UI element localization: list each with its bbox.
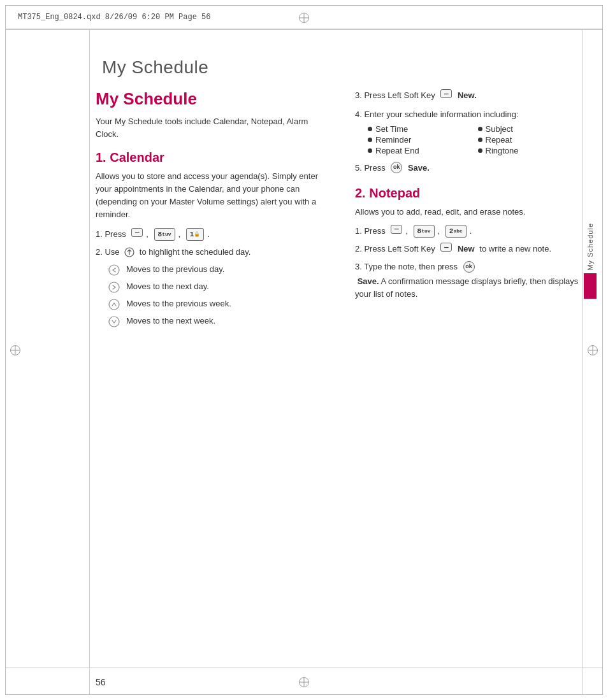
notepad-comma-1: , [405, 225, 410, 238]
notepad-step-3: 3. Type the note, then press ok Save. A … [355, 261, 583, 301]
nav-item-3: Moves to the previous week. [108, 298, 323, 310]
bullet-dot-1 [368, 127, 372, 131]
nav-arrow-down-icon [108, 316, 120, 327]
notepad-comma-2: , [438, 225, 442, 238]
calendar-description: Allows you to store and access your agen… [96, 170, 323, 222]
nav-text-1: Moves to the previous day. [126, 264, 224, 275]
svg-point-4 [109, 317, 119, 327]
calendar-title: 1. Calendar [96, 150, 323, 165]
bullet-list: Set Time Subject Reminder Repeat Repeat … [368, 124, 583, 155]
notepad-step-3-prefix: 3. Type the note, then press [355, 261, 460, 273]
bullet-repeat: Repeat [478, 135, 583, 145]
nav-text-3: Moves to the previous week. [126, 298, 231, 310]
step-4: 4. Enter your schedule information inclu… [355, 108, 583, 121]
reg-mark-bottom [299, 677, 309, 687]
bullet-dot-2 [478, 127, 482, 131]
key-dash-1: — [131, 228, 143, 237]
key-dash-notepad: — [391, 225, 402, 234]
left-rule [89, 29, 90, 694]
nav-text-2: Moves to the next day. [126, 281, 209, 292]
step-1: 1. Press — , 8tuv , 1🔒 . [96, 228, 323, 241]
key-8tuv: 8tuv [154, 228, 175, 241]
step-2: 2. Use to highlight the scheduled day. [96, 246, 323, 259]
key-1: 1🔒 [186, 228, 205, 241]
page-number: 56 [96, 677, 106, 687]
bullet-dot-6 [478, 148, 482, 153]
sidebar-bar [584, 273, 597, 299]
notepad-title: 2. Notepad [355, 186, 583, 201]
step-2-suffix: to highlight the scheduled day. [137, 246, 250, 259]
svg-point-1 [109, 265, 119, 275]
step-3-bold: New. [455, 89, 476, 102]
notepad-step-2-suffix: to write a new note. [477, 243, 551, 255]
bullet-reminder: Reminder [368, 135, 473, 145]
nav-circle-icon [124, 247, 134, 257]
ok-icon-1: ok [391, 162, 402, 173]
nav-item-2: Moves to the next day. [108, 281, 323, 293]
key-8tuv-notepad: 8tuv [414, 225, 435, 238]
bullet-dot-4 [478, 138, 482, 142]
notepad-description: Allows you to add, read, edit, and erase… [355, 206, 583, 218]
two-column-layout: My Schedule Your My Schedule tools inclu… [96, 89, 583, 662]
top-rule [6, 29, 602, 30]
step-5: 5. Press ok Save. [355, 162, 583, 175]
key-leftsoftkey-notepad: — [440, 243, 452, 252]
step-1-prefix: 1. Press [96, 228, 128, 241]
bottom-rule [6, 668, 602, 668]
left-column: My Schedule Your My Schedule tools inclu… [96, 89, 329, 662]
nav-arrow-up-icon [108, 299, 120, 310]
intro-text: Your My Schedule tools include Calendar,… [96, 115, 323, 140]
notepad-step-2-prefix: 2. Press Left Soft Key [355, 243, 437, 255]
nav-arrow-left-icon [108, 264, 120, 276]
notepad-step-1: 1. Press — , 8tuv , 2abc . [355, 225, 583, 238]
key-2abc: 2abc [445, 225, 467, 238]
step-4-prefix: 4. Enter your schedule information inclu… [355, 110, 519, 119]
notepad-step-3-content: Save. A confirmation message displays br… [355, 275, 583, 300]
nav-item-1: Moves to the previous day. [108, 264, 323, 276]
svg-point-2 [109, 282, 119, 292]
ok-icon-2: ok [463, 261, 475, 273]
bullet-set-time: Set Time [368, 124, 473, 134]
notepad-step-1-prefix: 1. Press [355, 225, 387, 238]
header-bar: MT375_Eng_0824.qxd 8/26/09 6:20 PM Page … [5, 5, 603, 29]
bullet-ringtone: Ringtone [478, 146, 583, 155]
header-text: MT375_Eng_0824.qxd 8/26/09 6:20 PM Page … [18, 13, 210, 22]
bullet-label-reminder: Reminder [375, 135, 411, 145]
notepad-step-2-bold: New [455, 243, 474, 255]
right-column: 3. Press Left Soft Key — New. 4. Enter y… [349, 89, 583, 662]
reg-mark-right [588, 345, 598, 355]
notepad-period: . [470, 225, 472, 238]
key-leftsoftkey: — [440, 89, 452, 98]
bullet-label-subject: Subject [486, 124, 513, 134]
reg-mark-left [10, 345, 20, 355]
sidebar-label: My Schedule [586, 223, 594, 271]
page-title: My Schedule [102, 57, 208, 78]
notepad-step-2: 2. Press Left Soft Key — New to write a … [355, 243, 583, 255]
comma-2: , [178, 228, 183, 241]
bullet-repeat-end: Repeat End [368, 146, 473, 155]
bullet-dot-3 [368, 138, 372, 142]
main-title: My Schedule [96, 89, 323, 109]
bullet-label-repeat: Repeat [486, 135, 512, 145]
nav-arrow-right-icon [108, 282, 120, 293]
bullet-dot-5 [368, 148, 372, 153]
nav-item-4: Moves to the next week. [108, 315, 323, 327]
period-1: . [207, 228, 210, 241]
step-3: 3. Press Left Soft Key — New. [355, 89, 583, 102]
step-3-prefix: 3. Press Left Soft Key [355, 89, 437, 102]
bullet-label-ringtone: Ringtone [486, 146, 519, 155]
step-2-text: 2. Use [96, 246, 122, 259]
step-5-bold: Save. [405, 162, 430, 175]
comma-1: , [146, 228, 150, 241]
bullet-label-set-time: Set Time [375, 124, 408, 134]
nav-text-4: Moves to the next week. [126, 315, 215, 327]
step-5-prefix: 5. Press [355, 162, 387, 175]
bullet-subject: Subject [478, 124, 583, 134]
svg-point-3 [109, 299, 119, 310]
bullet-label-repeat-end: Repeat End [375, 146, 419, 155]
sidebar-area: My Schedule [584, 223, 597, 299]
